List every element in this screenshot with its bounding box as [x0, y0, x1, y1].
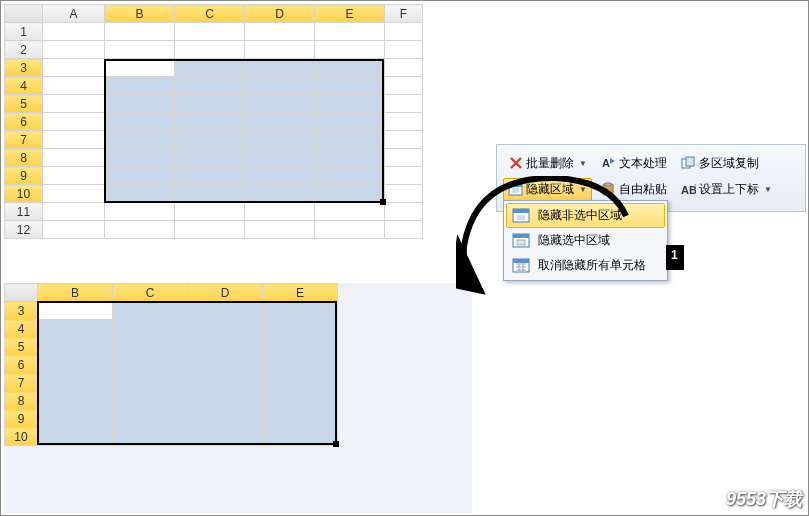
row-header[interactable]: 8 [5, 392, 38, 410]
svg-rect-7 [605, 183, 611, 186]
col-header-B[interactable]: B [105, 5, 175, 23]
row-header[interactable]: 5 [5, 95, 43, 113]
unhide-all-icon [512, 258, 530, 274]
watermark: 9553下载 [726, 487, 802, 511]
hide-area-dropdown: 隐藏非选中区域 隐藏选中区域 取消隐藏所有单元格 [503, 200, 668, 281]
text-tool-icon: A [601, 156, 616, 171]
col-header-D[interactable]: D [188, 284, 263, 302]
row-header[interactable]: 7 [5, 131, 43, 149]
row-header[interactable]: 8 [5, 149, 43, 167]
hidden-area-bg [4, 445, 472, 513]
col-header-F[interactable]: F [385, 5, 423, 23]
delete-x-icon [508, 156, 523, 171]
free-paste-button[interactable]: 自由粘贴 [596, 178, 672, 201]
step-callout: 1 [666, 245, 684, 270]
spreadsheet-before: A B C D E F 1 2 3 4 5 6 7 8 9 10 11 12 [4, 4, 423, 239]
row-header[interactable]: 2 [5, 41, 43, 59]
label: 设置上下标 [699, 181, 759, 198]
set-subscript-button[interactable]: AB1 设置上下标 ▼ [676, 178, 777, 201]
svg-rect-12 [517, 215, 525, 220]
grid[interactable]: A B C D E F 1 2 3 4 5 6 7 8 9 10 11 12 [4, 4, 423, 239]
svg-rect-15 [517, 240, 525, 245]
label: 批量删除 [526, 155, 574, 172]
label: 隐藏区域 [526, 181, 574, 198]
select-all-corner[interactable] [5, 284, 38, 302]
batch-delete-button[interactable]: 批量删除 ▼ [503, 152, 592, 175]
superscript-icon: AB1 [681, 182, 696, 197]
col-header-E[interactable]: E [263, 284, 338, 302]
svg-text:A: A [602, 157, 610, 169]
row-header[interactable]: 10 [5, 185, 43, 203]
col-header-C[interactable]: C [113, 284, 188, 302]
label: 自由粘贴 [619, 181, 667, 198]
chevron-down-icon: ▼ [764, 185, 772, 194]
step-number: 1 [671, 248, 678, 262]
col-header-D[interactable]: D [245, 5, 315, 23]
row-header[interactable]: 10 [5, 428, 38, 446]
svg-rect-14 [513, 234, 529, 238]
svg-rect-2 [686, 157, 694, 166]
row-header[interactable]: 9 [5, 410, 38, 428]
label: 多区域复制 [699, 155, 759, 172]
col-header-C[interactable]: C [175, 5, 245, 23]
row-header[interactable]: 7 [5, 374, 38, 392]
label: 隐藏选中区域 [538, 232, 610, 249]
row-header[interactable]: 5 [5, 338, 38, 356]
row-header[interactable]: 3 [5, 59, 43, 77]
row-header[interactable]: 11 [5, 203, 43, 221]
select-all-corner[interactable] [5, 5, 43, 23]
chevron-down-icon: ▼ [579, 185, 587, 194]
clipboard-icon [601, 182, 616, 197]
text-process-button[interactable]: A 文本处理 [596, 152, 672, 175]
svg-rect-5 [512, 188, 519, 193]
menu-unhide-all[interactable]: 取消隐藏所有单元格 [506, 253, 665, 278]
spreadsheet-after: B C D E 3 4 5 6 7 8 9 10 [4, 283, 338, 446]
svg-text:1: 1 [694, 183, 696, 190]
menu-hide-unselected[interactable]: 隐藏非选中区域 [506, 203, 665, 228]
svg-rect-17 [513, 259, 529, 263]
svg-rect-11 [513, 209, 529, 213]
col-header-A[interactable]: A [43, 5, 105, 23]
label: 取消隐藏所有单元格 [538, 257, 646, 274]
row-header[interactable]: 1 [5, 23, 43, 41]
row-header[interactable]: 12 [5, 221, 43, 239]
grid[interactable]: B C D E 3 4 5 6 7 8 9 10 [4, 283, 338, 446]
hide-unselected-icon [512, 208, 530, 224]
row-header[interactable]: 9 [5, 167, 43, 185]
hide-area-button[interactable]: 隐藏区域 ▼ [503, 178, 592, 201]
row-header[interactable]: 4 [5, 320, 38, 338]
svg-rect-4 [509, 183, 522, 187]
row-header[interactable]: 6 [5, 113, 43, 131]
col-header-B[interactable]: B [38, 284, 113, 302]
row-header[interactable]: 3 [5, 302, 38, 320]
label: 文本处理 [619, 155, 667, 172]
label: 隐藏非选中区域 [538, 207, 622, 224]
multi-area-copy-button[interactable]: 多区域复制 [676, 152, 764, 175]
hide-selected-icon [512, 233, 530, 249]
menu-hide-selected[interactable]: 隐藏选中区域 [506, 228, 665, 253]
chevron-down-icon: ▼ [579, 159, 587, 168]
hide-area-icon [508, 182, 523, 197]
col-header-E[interactable]: E [315, 5, 385, 23]
row-header[interactable]: 6 [5, 356, 38, 374]
row-header[interactable]: 4 [5, 77, 43, 95]
multi-copy-icon [681, 156, 696, 171]
